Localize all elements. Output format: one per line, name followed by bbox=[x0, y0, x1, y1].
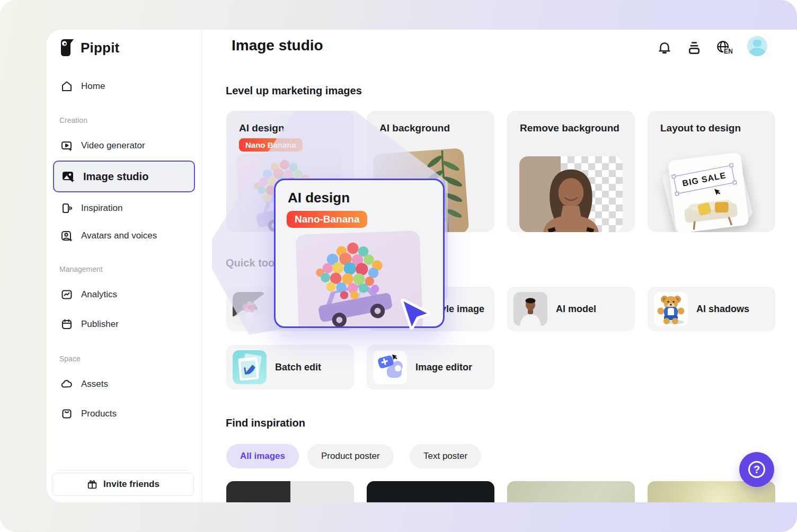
inspiration-thumbnail-3[interactable] bbox=[507, 481, 635, 502]
app-screen: Pippit Home Creation Video generator bbox=[0, 0, 797, 532]
app-window: Pippit Home Creation Video generator bbox=[47, 30, 797, 502]
inspiration-thumbnail-2[interactable] bbox=[367, 481, 494, 502]
filter-chip-all-images[interactable]: All images bbox=[226, 444, 299, 468]
layout-design-thumbnail: BIG SALE bbox=[668, 152, 749, 232]
sidebar-item-label: Assets bbox=[81, 379, 108, 389]
sidebar-section-creation: Creation bbox=[59, 116, 87, 125]
sidebar-item-products[interactable]: Products bbox=[53, 402, 195, 425]
page-title: Image studio bbox=[232, 37, 323, 54]
user-avatar[interactable] bbox=[747, 36, 767, 56]
popup-thumbnail bbox=[296, 230, 423, 328]
products-icon bbox=[60, 407, 73, 420]
hero-card-layout-to-design[interactable]: BIG SALE bbox=[648, 111, 775, 232]
balloon-car-art bbox=[296, 230, 423, 328]
woman-art bbox=[519, 156, 623, 232]
analytics-icon bbox=[60, 288, 73, 301]
section-heading-find-inspiration: Find inspiration bbox=[226, 417, 305, 429]
hero-card-title: Remove background bbox=[520, 122, 619, 134]
filter-chip-text-poster[interactable]: Text poster bbox=[410, 444, 481, 468]
section-heading-level-up: Level up marketing images bbox=[226, 85, 362, 97]
hero-card-title: AI background bbox=[379, 122, 450, 134]
quick-tool-label: AI model bbox=[556, 287, 596, 331]
ai-design-popup[interactable]: AI design Nano-Banana bbox=[274, 179, 445, 328]
hero-card-remove-background[interactable]: Remove background bbox=[507, 111, 635, 232]
quick-tool-label: Image editor bbox=[415, 345, 472, 389]
remove-background-thumbnail bbox=[519, 156, 623, 232]
sidebar-section-space: Space bbox=[59, 354, 81, 363]
avatars-icon bbox=[60, 229, 73, 242]
publisher-icon bbox=[60, 318, 73, 331]
logo: Pippit bbox=[59, 38, 119, 57]
help-button[interactable]: ? bbox=[739, 452, 774, 487]
language-button[interactable]: EN bbox=[715, 39, 732, 56]
sofa-art bbox=[675, 190, 747, 232]
image-editor-thumbnail bbox=[373, 350, 407, 384]
assets-icon bbox=[60, 378, 73, 391]
quick-tool-label: Batch edit bbox=[275, 345, 321, 389]
avatar-head bbox=[753, 40, 761, 47]
quick-tool-image-editor[interactable]: Image editor bbox=[367, 345, 494, 389]
nano-banana-badge: Nano Banana bbox=[239, 138, 303, 152]
main-content: Image studio EN bbox=[202, 30, 797, 502]
rewards-button[interactable] bbox=[686, 39, 703, 56]
sidebar-divider bbox=[58, 470, 188, 471]
sidebar-item-label: Products bbox=[81, 409, 117, 419]
filter-chip-label: All images bbox=[240, 451, 285, 462]
quick-tool-ai-model[interactable]: AI model bbox=[507, 287, 635, 331]
image-studio-icon bbox=[61, 170, 75, 183]
question-mark-icon: ? bbox=[748, 461, 765, 478]
ai-model-thumbnail bbox=[513, 292, 547, 326]
big-sale-sticker: BIG SALE bbox=[674, 165, 735, 194]
ai-shadows-thumbnail bbox=[654, 292, 688, 326]
invite-friends-button[interactable]: Invite friends bbox=[52, 473, 194, 496]
invite-friends-label: Invite friends bbox=[103, 479, 160, 490]
sidebar-item-video-generator[interactable]: Video generator bbox=[53, 134, 195, 157]
sidebar-item-image-studio[interactable]: Image studio bbox=[53, 161, 195, 192]
sidebar-item-assets[interactable]: Assets bbox=[53, 373, 195, 396]
filter-chip-product-poster[interactable]: Product poster bbox=[307, 444, 394, 468]
sidebar-item-label: Inspiration bbox=[81, 203, 122, 214]
popup-nano-banana-badge: Nano-Banana bbox=[287, 211, 367, 228]
notifications-button[interactable] bbox=[656, 39, 673, 56]
sidebar-item-label: Publisher bbox=[81, 319, 119, 330]
sidebar-item-home[interactable]: Home bbox=[53, 75, 195, 98]
quick-tool-batch-edit[interactable]: Batch edit bbox=[226, 345, 354, 389]
batch-edit-thumbnail bbox=[233, 350, 267, 384]
quick-tool-ai-shadows[interactable]: AI shadows bbox=[648, 287, 775, 331]
inspiration-thumbnail-1[interactable] bbox=[226, 481, 354, 502]
avatar-body bbox=[749, 48, 765, 56]
quick-tool-label: AI shadows bbox=[696, 287, 749, 331]
sidebar: Pippit Home Creation Video generator bbox=[47, 30, 202, 502]
sidebar-item-label: Video generator bbox=[81, 140, 145, 151]
globe-icon: EN bbox=[715, 39, 732, 56]
sidebar-item-inspiration[interactable]: Inspiration bbox=[53, 197, 195, 220]
filter-chip-label: Text poster bbox=[423, 451, 467, 462]
popup-title: AI design bbox=[288, 190, 350, 206]
sidebar-item-publisher[interactable]: Publisher bbox=[53, 313, 195, 336]
sidebar-item-label: Avatars and voices bbox=[81, 230, 157, 241]
hero-card-title: AI design bbox=[239, 122, 285, 134]
gift-icon bbox=[86, 478, 98, 490]
sales-poster-thumbnail bbox=[233, 292, 267, 326]
sidebar-item-label: Image studio bbox=[83, 171, 148, 183]
pippit-logo-icon bbox=[59, 38, 75, 57]
sidebar-item-avatars-and-voices[interactable]: Avatars and voices bbox=[53, 224, 195, 247]
sidebar-item-analytics[interactable]: Analytics bbox=[53, 283, 195, 306]
filter-chip-label: Product poster bbox=[321, 451, 380, 462]
sidebar-section-management: Management bbox=[59, 265, 103, 273]
hero-card-title: Layout to design bbox=[660, 122, 741, 134]
bell-icon bbox=[657, 40, 672, 56]
video-generator-icon bbox=[60, 139, 73, 152]
language-code: EN bbox=[724, 48, 732, 55]
inspiration-icon bbox=[60, 202, 73, 215]
sidebar-item-label: Analytics bbox=[81, 289, 117, 300]
sidebar-item-label: Home bbox=[81, 81, 105, 92]
stack-icon bbox=[686, 40, 702, 56]
home-icon bbox=[60, 80, 73, 93]
logo-text: Pippit bbox=[81, 40, 119, 56]
